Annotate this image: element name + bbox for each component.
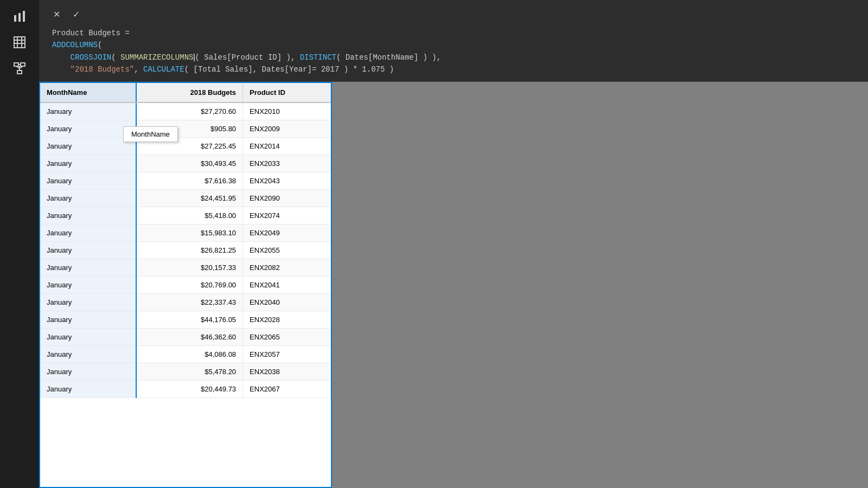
table-row: January$5,418.00ENX2074 [40,207,331,224]
cell-monthname: January [40,207,136,224]
cell-productid: ENX2040 [243,293,331,311]
cell-monthname: January [40,328,136,345]
cell-budgets2018: $27,270.60 [136,102,242,120]
cell-budgets2018: $5,418.00 [136,207,242,224]
table-row: January$905.80ENX2009 [40,120,331,137]
formula-crossjoin: CROSSJOIN [71,53,112,62]
cursor [194,54,195,61]
formula-text: Product Budgets = ADDCOLUMNS( CROSSJOIN(… [48,27,859,76]
col-header-monthname[interactable]: MonthName [40,83,136,102]
table-row: January$15,983.10ENX2049 [40,224,331,241]
cell-productid: ENX2043 [243,172,331,189]
cell-budgets2018: $905.80 [136,120,242,137]
formula-buttons: ✕ ✓ [48,5,859,23]
svg-rect-1 [18,13,21,22]
svg-rect-3 [14,37,25,48]
cell-budgets2018: $27,225.45 [136,137,242,155]
table-area: MonthName 2018 Budgets Product ID Januar… [39,82,868,488]
cell-productid: ENX2014 [243,137,331,155]
formula-calculate: CALCULATE [143,65,184,74]
cell-productid: ENX2057 [243,345,331,363]
table-row: January$20,449.73ENX2067 [40,380,331,397]
cell-budgets2018: $20,449.73 [136,380,242,397]
cell-productid: ENX2074 [243,207,331,224]
formula-equals: = [125,29,129,37]
svg-rect-10 [17,70,22,74]
cell-monthname: January [40,311,136,328]
cell-monthname: January [40,363,136,380]
sidebar [0,0,39,488]
cell-productid: ENX2065 [243,328,331,345]
table-icon[interactable] [8,30,31,54]
data-table-container: MonthName 2018 Budgets Product ID Januar… [39,82,332,488]
table-row: January$20,157.33ENX2082 [40,259,331,276]
cancel-button[interactable]: ✕ [48,5,65,23]
cell-budgets2018: $7,616.38 [136,172,242,189]
cell-productid: ENX2082 [243,259,331,276]
formula-bar: ✕ ✓ Product Budgets = ADDCOLUMNS( CROSSJ… [39,0,868,82]
cell-monthname: January [40,345,136,363]
table-row: January$4,086.08ENX2057 [40,345,331,363]
formula-measure-name: Product Budgets [52,29,120,37]
table-row: January$5,478.20ENX2038 [40,363,331,380]
table-row: January$27,270.60ENX2010 [40,102,331,120]
formula-summarize: SUMMARIZECOLUMNS [120,53,193,62]
model-icon[interactable] [8,56,31,80]
table-row: January$44,176.05ENX2028 [40,311,331,328]
cell-monthname: January [40,224,136,241]
cell-budgets2018: $20,157.33 [136,259,242,276]
cell-monthname: January [40,276,136,293]
cell-monthname: January [40,172,136,189]
cell-budgets2018: $15,983.10 [136,224,242,241]
formula-distinct: DISTINCT [300,53,336,62]
cell-monthname: January [40,259,136,276]
cell-productid: ENX2010 [243,102,331,120]
cell-budgets2018: $20,769.00 [136,276,242,293]
cell-budgets2018: $5,478.20 [136,363,242,380]
cell-budgets2018: $46,362.60 [136,328,242,345]
cell-productid: ENX2041 [243,276,331,293]
table-row: January$22,337.43ENX2040 [40,293,331,311]
cell-productid: ENX2028 [243,311,331,328]
cell-productid: ENX2009 [243,120,331,137]
table-row: January$46,362.60ENX2065 [40,328,331,345]
table-row: January$20,769.00ENX2041 [40,276,331,293]
cell-productid: ENX2090 [243,189,331,207]
svg-rect-2 [23,11,25,22]
gray-area [332,82,868,488]
table-row: January$30,493.45ENX2033 [40,155,331,172]
table-row: January$24,451.95ENX2090 [40,189,331,207]
cell-monthname: January [40,189,136,207]
cell-productid: ENX2033 [243,155,331,172]
cell-monthname: January [40,241,136,259]
formula-string-label: "2018 Budgets" [71,65,135,74]
col-header-budgets2018[interactable]: 2018 Budgets [136,83,242,102]
col-header-productid[interactable]: Product ID [243,83,331,102]
cell-budgets2018: $26,821.25 [136,241,242,259]
confirm-button[interactable]: ✓ [67,5,85,23]
main-area: ✕ ✓ Product Budgets = ADDCOLUMNS( CROSSJ… [39,0,868,488]
formula-addcolumns: ADDCOLUMNS [52,41,98,49]
cell-budgets2018: $4,086.08 [136,345,242,363]
cell-monthname: January [40,155,136,172]
cell-budgets2018: $44,176.05 [136,311,242,328]
cell-monthname: January [40,293,136,311]
svg-rect-0 [14,15,16,22]
svg-rect-8 [14,63,18,66]
cell-monthname: January [40,137,136,155]
cell-monthname: January [40,380,136,397]
svg-rect-9 [21,63,25,66]
cell-productid: ENX2049 [243,224,331,241]
cell-productid: ENX2067 [243,380,331,397]
cell-productid: ENX2055 [243,241,331,259]
table-row: January$7,616.38ENX2043 [40,172,331,189]
table-row: January$26,821.25ENX2055 [40,241,331,259]
cell-monthname: January [40,120,136,137]
cell-productid: ENX2038 [243,363,331,380]
chart-icon[interactable] [8,4,31,28]
cell-budgets2018: $22,337.43 [136,293,242,311]
table-row: January$27,225.45ENX2014 [40,137,331,155]
cell-budgets2018: $30,493.45 [136,155,242,172]
cell-monthname: January [40,102,136,120]
data-table: MonthName 2018 Budgets Product ID Januar… [40,83,331,398]
